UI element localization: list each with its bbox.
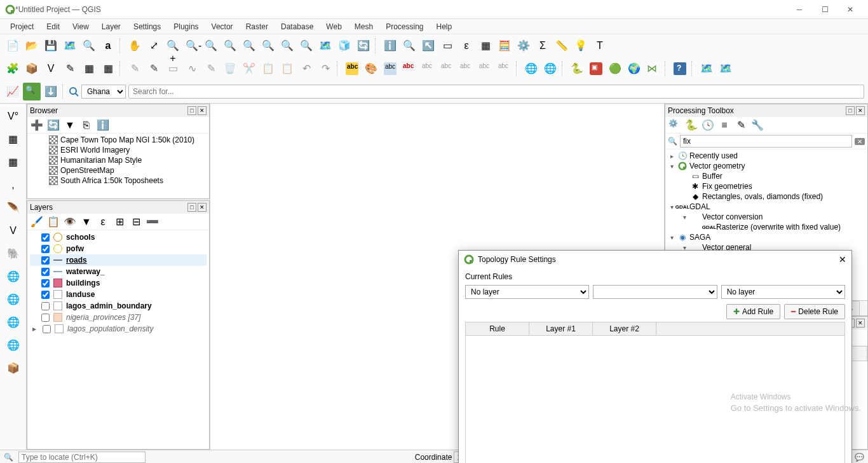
open-attr-table-button[interactable]: ▦: [477, 37, 494, 55]
processing-python-button[interactable]: 🐍: [684, 118, 698, 132]
tree-row[interactable]: ✱Fix geometries: [667, 181, 866, 191]
layers-close-button[interactable]: ✕: [198, 203, 207, 212]
osm-tool2-button[interactable]: 🗺️: [717, 60, 735, 78]
layer-row[interactable]: landuse: [30, 289, 207, 300]
menu-web[interactable]: Web: [320, 20, 348, 33]
digitize-button[interactable]: ✎: [126, 60, 144, 78]
layer-visibility-checkbox[interactable]: [41, 291, 50, 299]
layer-visibility-checkbox[interactable]: [41, 256, 50, 265]
label-tool3-button[interactable]: abc: [438, 60, 456, 78]
add-postgis-button[interactable]: 🐘: [3, 244, 24, 264]
new-project-button[interactable]: 📄: [4, 37, 22, 55]
copy-features-button[interactable]: 📋: [259, 60, 277, 78]
zoom-layer-button[interactable]: 🔍: [259, 37, 277, 55]
processing-close-button[interactable]: ✕: [856, 106, 865, 115]
rule-select[interactable]: [593, 285, 717, 299]
modify-attrs-button[interactable]: ✎: [202, 60, 220, 78]
rules-col-layer1[interactable]: Layer #1: [529, 322, 593, 335]
toolbox-button[interactable]: ⚙️: [515, 37, 532, 55]
browser-collapse-button[interactable]: ⎘: [79, 118, 93, 132]
browser-refresh-button[interactable]: 🔄: [46, 118, 60, 132]
add-wcs-button[interactable]: 🌐: [3, 289, 24, 310]
save-project-button[interactable]: 💾: [42, 37, 60, 55]
zoom-full-button[interactable]: 🔍: [221, 37, 239, 55]
label-freeze-button[interactable]: abc: [381, 60, 399, 78]
layer-row[interactable]: roads: [30, 254, 207, 266]
redo-button[interactable]: ↷: [316, 60, 334, 78]
layer-visibility-checkbox[interactable]: [43, 325, 51, 333]
deselect-button[interactable]: ▭: [438, 37, 456, 55]
pan-to-selection-button[interactable]: ⤢: [145, 37, 163, 55]
layer-visibility-checkbox[interactable]: [41, 302, 50, 310]
locator-input[interactable]: [18, 452, 146, 463]
measure-button[interactable]: 📏: [553, 37, 571, 55]
web-globe2-button[interactable]: 🌐: [541, 60, 559, 78]
browser-item[interactable]: Humanitarian Map Style: [27, 155, 209, 165]
add-vector-button[interactable]: 🧩: [4, 60, 22, 78]
menu-processing[interactable]: Processing: [379, 20, 430, 33]
open-project-button[interactable]: 📂: [23, 37, 41, 55]
current-edits-button[interactable]: ▦: [99, 60, 117, 78]
text-annotation-button[interactable]: T: [591, 37, 609, 55]
plugin-red-button[interactable]: ▣: [587, 60, 605, 78]
identify-button[interactable]: ℹ️: [381, 37, 399, 55]
layers-add-group-button[interactable]: 📋: [46, 215, 60, 229]
zoom-native-button[interactable]: 🔍: [202, 37, 220, 55]
dialog-close-button[interactable]: ✕: [839, 254, 846, 265]
cut-features-button[interactable]: ✂️: [240, 60, 258, 78]
processing-edit-button[interactable]: ✎: [734, 118, 748, 132]
layers-style-button[interactable]: 🖌️: [30, 215, 44, 229]
add-mesh-layer-button[interactable]: ▦: [3, 152, 24, 172]
maximize-button[interactable]: ☐: [812, 1, 837, 18]
tree-row[interactable]: ◆Rectangles, ovals, diamonds (fixed): [667, 191, 866, 202]
layer-visibility-checkbox[interactable]: [41, 279, 50, 287]
new-geopackage-button[interactable]: V: [42, 60, 60, 78]
add-wfs-button[interactable]: 🌐: [3, 312, 24, 333]
processing-results-button[interactable]: ≡: [717, 118, 731, 132]
tree-row[interactable]: GDALRasterize (overwrite with fixed valu…: [667, 222, 866, 232]
layer-visibility-checkbox[interactable]: [41, 314, 50, 322]
label-tool2-button[interactable]: abc: [419, 60, 437, 78]
minimize-button[interactable]: ─: [787, 1, 812, 18]
identify-results-button[interactable]: 🔍: [400, 37, 418, 55]
browser-undock-button[interactable]: □: [187, 106, 196, 115]
browser-filter-button[interactable]: ▼: [63, 118, 77, 132]
layer-row[interactable]: schools: [30, 232, 207, 243]
layer2-select[interactable]: No layer: [721, 285, 845, 299]
layer-row[interactable]: waterway_: [30, 266, 207, 277]
menu-database[interactable]: Database: [275, 20, 320, 33]
new-map-view-button[interactable]: 🗺️: [316, 37, 334, 55]
add-spatialite-button[interactable]: 🪶: [3, 198, 24, 218]
add-delimited-text-button[interactable]: ,: [3, 175, 24, 195]
tree-row[interactable]: ▾GDALGDAL: [667, 202, 866, 212]
messages-button[interactable]: 💬: [855, 453, 864, 462]
browser-item[interactable]: South Africa 1:50k Toposheets: [27, 176, 209, 186]
menu-mesh[interactable]: Mesh: [348, 20, 379, 33]
browser-item[interactable]: ESRI World Imagery: [27, 145, 209, 155]
plugin-bowtie-button[interactable]: ⋈: [644, 60, 662, 78]
osm-download-button[interactable]: ⬇️: [42, 83, 60, 100]
toggle-editing-button[interactable]: ✎: [61, 60, 79, 78]
menu-plugins[interactable]: Plugins: [167, 20, 205, 33]
expand-icon[interactable]: ▸: [32, 324, 39, 333]
python-console-button[interactable]: 🐍: [568, 60, 586, 78]
menu-view[interactable]: View: [66, 20, 95, 33]
processing-search-input[interactable]: [680, 135, 852, 148]
select-by-expr-button[interactable]: ε: [458, 37, 475, 55]
style-manager-button[interactable]: a: [99, 37, 117, 55]
rules-col-rule[interactable]: Rule: [466, 322, 529, 335]
select-features-button[interactable]: ↖️: [419, 37, 437, 55]
tree-expander-icon[interactable]: ▾: [668, 204, 675, 211]
move-feature-button[interactable]: ▭: [164, 60, 182, 78]
menu-vector[interactable]: Vector: [205, 20, 240, 33]
label-tool4-button[interactable]: abc: [458, 60, 475, 78]
zoom-selection-button[interactable]: 🔍: [240, 37, 258, 55]
tree-expander-icon[interactable]: ▸: [668, 153, 675, 160]
web-globe1-button[interactable]: 🌐: [522, 60, 540, 78]
add-rule-button[interactable]: ✚Add Rule: [726, 304, 780, 319]
layer-row[interactable]: pofw: [30, 243, 207, 254]
processing-gear-button[interactable]: ⚙️: [668, 118, 682, 132]
paste-features-button[interactable]: 📋: [278, 60, 296, 78]
plugin-green-button[interactable]: 🟢: [606, 60, 624, 78]
osm-tool1-button[interactable]: 🗺️: [698, 60, 715, 78]
